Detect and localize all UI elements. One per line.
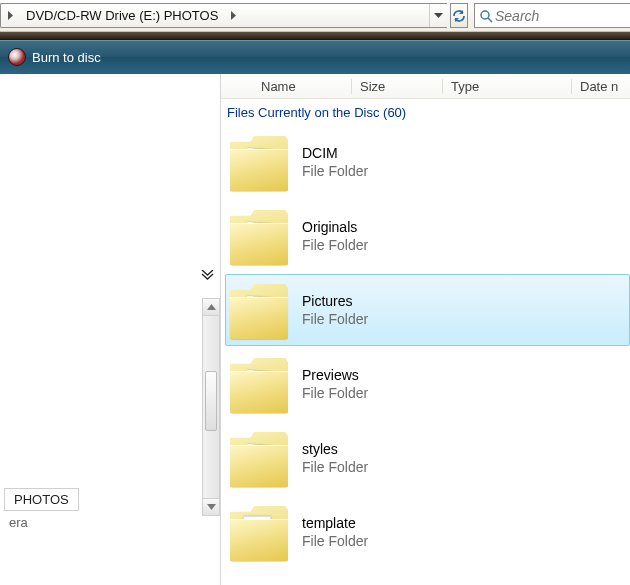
column-header-size[interactable]: Size xyxy=(360,79,442,94)
burn-button[interactable]: Burn to disc xyxy=(32,50,101,65)
folder-type: File Folder xyxy=(302,236,368,254)
folder-icon xyxy=(230,207,288,265)
breadcrumb-expand-icon[interactable] xyxy=(224,4,243,27)
search-box[interactable] xyxy=(474,3,630,28)
column-header-row: Name Size Type Date n xyxy=(221,74,630,99)
folder-row[interactable]: OriginalsFile Folder xyxy=(225,200,630,272)
folder-icon xyxy=(230,133,288,191)
folder-name: styles xyxy=(302,440,368,458)
address-dropdown-icon[interactable] xyxy=(429,4,447,27)
column-header-date[interactable]: Date n xyxy=(580,79,630,94)
nav-item-photos[interactable]: PHOTOS xyxy=(4,488,79,511)
burn-disc-icon xyxy=(8,48,26,66)
folder-row[interactable]: DCIMFile Folder xyxy=(225,126,630,198)
command-bar-top-border xyxy=(0,32,630,40)
folder-icon xyxy=(230,429,288,487)
refresh-icon xyxy=(451,8,467,24)
nav-collapse-icon[interactable] xyxy=(201,270,214,281)
command-bar: Burn to disc xyxy=(0,40,630,74)
search-icon xyxy=(477,9,495,23)
refresh-button[interactable] xyxy=(450,3,468,28)
address-bar[interactable]: DVD/CD-RW Drive (E:) PHOTOS xyxy=(0,3,447,28)
nav-item-era[interactable]: era xyxy=(4,515,220,530)
folder-row[interactable]: templateFile Folder xyxy=(225,496,630,568)
folder-icon xyxy=(230,281,288,339)
folder-type: File Folder xyxy=(302,532,368,550)
address-row: DVD/CD-RW Drive (E:) PHOTOS xyxy=(0,0,630,32)
svg-line-1 xyxy=(488,18,492,22)
navigation-pane: PHOTOS era xyxy=(0,74,221,585)
folder-icon xyxy=(230,355,288,413)
folder-type: File Folder xyxy=(302,162,368,180)
file-view: Name Size Type Date n Files Currently on… xyxy=(221,74,630,585)
folder-row[interactable]: PreviewsFile Folder xyxy=(225,348,630,420)
folder-name: template xyxy=(302,514,368,532)
folder-row[interactable]: stylesFile Folder xyxy=(225,422,630,494)
folder-name: Previews xyxy=(302,366,368,384)
svg-point-0 xyxy=(481,11,489,19)
scroll-thumb[interactable] xyxy=(205,371,217,431)
folder-type: File Folder xyxy=(302,384,368,402)
folder-name: DCIM xyxy=(302,144,368,162)
group-header[interactable]: Files Currently on the Disc (60) xyxy=(221,99,630,126)
breadcrumb-prev-icon[interactable] xyxy=(1,4,20,27)
column-header-type[interactable]: Type xyxy=(451,79,571,94)
scroll-up-icon[interactable] xyxy=(203,299,219,316)
folder-type: File Folder xyxy=(302,310,368,328)
column-header-name[interactable]: Name xyxy=(261,79,351,94)
file-list: DCIMFile FolderOriginalsFile FolderPictu… xyxy=(221,126,630,570)
search-input[interactable] xyxy=(495,8,630,24)
folder-icon xyxy=(230,503,288,561)
folder-name: Pictures xyxy=(302,292,368,310)
folder-type: File Folder xyxy=(302,458,368,476)
folder-name: Originals xyxy=(302,218,368,236)
folder-row[interactable]: PicturesFile Folder xyxy=(225,274,630,346)
nav-scrollbar[interactable] xyxy=(202,298,220,516)
breadcrumb-segment[interactable]: DVD/CD-RW Drive (E:) PHOTOS xyxy=(20,4,224,27)
